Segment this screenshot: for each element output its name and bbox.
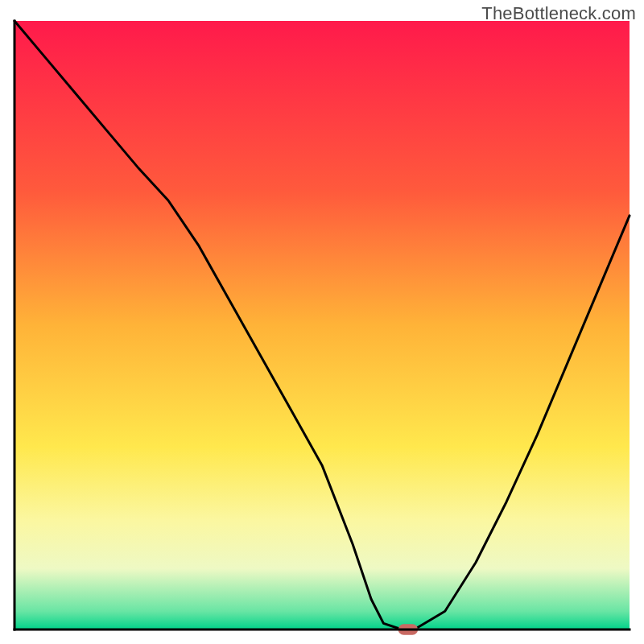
- chart-container: TheBottleneck.com: [0, 0, 644, 644]
- svg-rect-0: [14, 21, 630, 630]
- watermark-text: TheBottleneck.com: [481, 3, 636, 24]
- bottleneck-chart: [0, 0, 644, 644]
